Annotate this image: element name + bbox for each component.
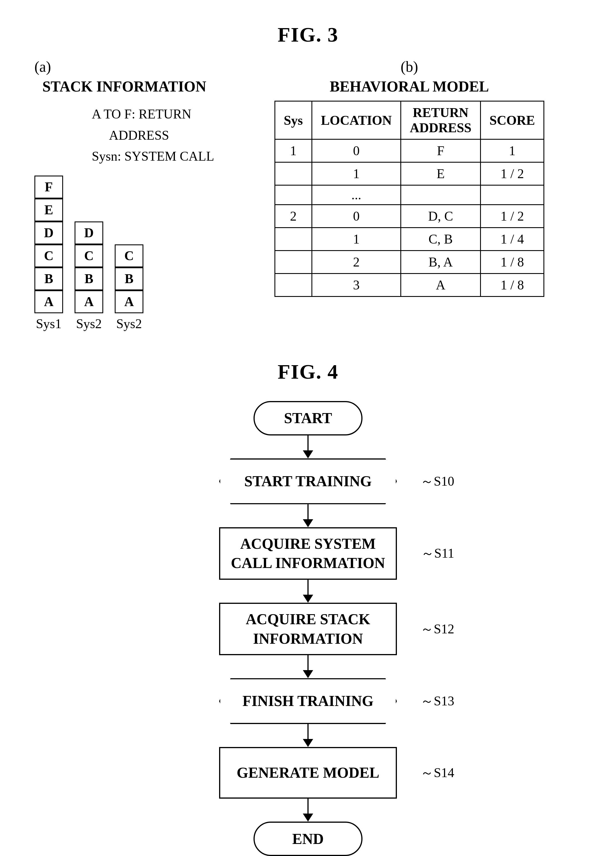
arrow-line [307,724,309,739]
cell-return: A [401,274,481,297]
arrow-head [303,595,313,603]
col-score: SCORE [480,101,544,139]
step-s11-wrapper: ACQUIRE SYSTEMCALL INFORMATION ～S11 [219,527,397,580]
cell-location: 2 [312,251,401,274]
end-label: END [292,830,324,847]
step-s14-label: GENERATE MODEL [237,763,379,782]
arrow-line [307,655,309,670]
col-sys: Sys [275,101,312,139]
start-terminal: START [253,401,363,436]
cell-return: C, B [401,228,481,251]
col-location: LOCATION [312,101,401,139]
stack-box: B [115,267,143,290]
cell-score: 1 / 2 [480,205,544,228]
cell-sys: 2 [275,205,312,228]
step-s11-tag: ～S11 [421,545,454,562]
step-s14-tag: ～S14 [421,764,454,782]
arrow-line [307,580,309,595]
stack-box: B [75,267,103,290]
cell-sys [275,251,312,274]
stack-box: A [34,290,63,313]
cell-dots [401,185,481,205]
fig4-title: FIG. 4 [278,360,338,384]
stack-box: A [75,290,103,313]
arrow-2 [303,580,313,603]
step-s12-tag: ～S12 [421,620,454,638]
arrow-head [303,519,313,527]
arrow-4 [303,724,313,747]
behavioral-model-title: BEHAVIORAL MODEL [330,78,489,95]
flowchart: START START TRAINING ～S10 ACQUIRE SYSTEM… [219,401,397,856]
stack-info-title: STACK INFORMATION [34,78,214,95]
cell-return: D, C [401,205,481,228]
legend-line2: ADDRESS [92,128,169,143]
arrow-0 [303,436,313,459]
arrow-5 [303,799,313,822]
cell-location: 1 [312,162,401,185]
table-row: 2 0 D, C 1 / 2 [275,205,544,228]
stack-sys2a: D C B A Sys2 [75,222,103,331]
table-row: 3 A 1 / 8 [275,274,544,297]
stack-sys2a-boxes: D C B A [75,222,103,313]
cell-location: 3 [312,274,401,297]
page: FIG. 3 (a) STACK INFORMATION A TO F: RET… [0,0,616,856]
table-row: 1 0 F 1 [275,139,544,162]
cell-return: F [401,139,481,162]
arrow-line [307,436,309,450]
stack-box: E [34,199,63,222]
step-s14: GENERATE MODEL [219,747,397,799]
legend-line1: A TO F: RETURN [92,107,191,122]
cell-location: 0 [312,205,401,228]
stack-sys2b: C B A Sys2 [115,245,143,331]
table-row-dots: ... [275,185,544,205]
step-s12: ACQUIRE STACKINFORMATION [219,603,397,655]
step-s10-label: START TRAINING [244,472,372,491]
cell-location: 1 [312,228,401,251]
stack-sys1: F E D C B A Sys1 [34,176,63,331]
cell-sys [275,228,312,251]
stack-box: D [34,222,63,245]
stack-sys1-boxes: F E D C B A [34,176,63,313]
step-s10-wrapper: START TRAINING ～S10 [219,459,397,504]
stack-sys2b-label: Sys2 [116,316,142,331]
behavioral-model-table: Sys LOCATION RETURNADDRESS SCORE 1 0 F 1 [275,101,545,297]
start-label: START [284,410,332,426]
cell-sys: 1 [275,139,312,162]
arrow-3 [303,655,313,678]
fig3-content: (a) STACK INFORMATION A TO F: RETURN ADD… [34,58,582,331]
stack-box: D [75,222,103,245]
behavioral-model-section: (b) BEHAVIORAL MODEL Sys LOCATION RETURN… [237,58,582,297]
table-row: 1 C, B 1 / 4 [275,228,544,251]
cell-sys [275,185,312,205]
arrow-head [303,450,313,459]
fig3-title: FIG. 3 [278,23,338,47]
cell-sys [275,162,312,185]
step-s13-wrapper: FINISH TRAINING ～S13 [219,678,397,724]
stack-box: C [75,245,103,267]
cell-score: 1 / 8 [480,251,544,274]
stack-box: C [115,245,143,267]
arrow-head [303,739,313,747]
stack-box: F [34,176,63,199]
step-s13-label: FINISH TRAINING [242,691,373,711]
table-row: 1 E 1 / 2 [275,162,544,185]
cell-dots [480,185,544,205]
stack-sys1-label: Sys1 [36,316,61,331]
stack-box: B [34,267,63,290]
cell-return: E [401,162,481,185]
arrow-line [307,799,309,814]
cell-sys [275,274,312,297]
col-return-address: RETURNADDRESS [401,101,481,139]
cell-score: 1 / 8 [480,274,544,297]
stack-box: C [34,245,63,267]
cell-score: 1 / 4 [480,228,544,251]
stack-info-section: (a) STACK INFORMATION A TO F: RETURN ADD… [34,58,214,331]
section-label-a: (a) [34,58,51,75]
end-terminal: END [253,822,363,856]
arrow-line [307,504,309,519]
start-wrapper: START [253,401,363,436]
stacks-container: F E D C B A Sys1 D C B A [34,176,143,331]
table-row: 2 B, A 1 / 8 [275,251,544,274]
stack-sys2a-label: Sys2 [76,316,101,331]
step-s13-tag: ～S13 [421,692,454,710]
